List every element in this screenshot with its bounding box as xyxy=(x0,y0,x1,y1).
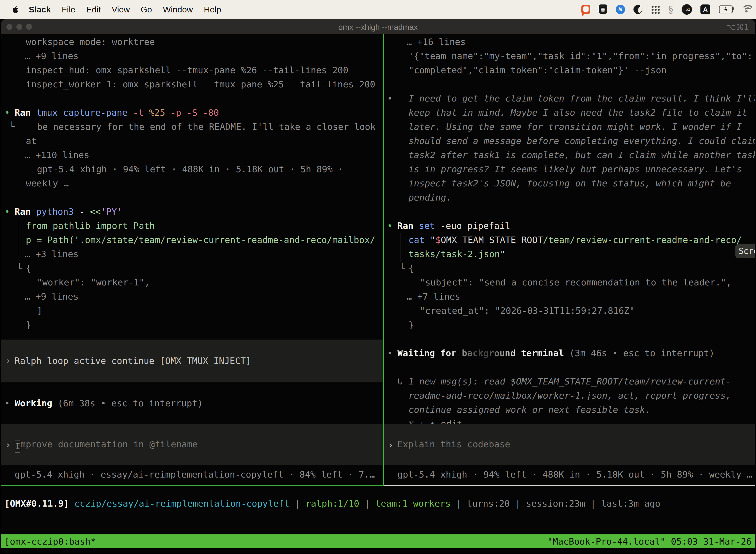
working-status: •Working (6m 38s • esc to interrupt) xyxy=(1,396,383,410)
title-bar[interactable]: omx --xhigh --madmax ⌥⌘1 xyxy=(1,19,755,34)
text-segment: weekly … xyxy=(26,178,69,188)
prompt-chevron: › xyxy=(5,439,11,453)
text-segment: -p -S -80 xyxy=(171,107,219,118)
text-segment: tasks/task-2.json xyxy=(408,249,500,259)
text-segment: [OMX#0.11.9] xyxy=(4,498,69,509)
menu-item-window[interactable]: Window xyxy=(163,5,193,14)
a-label: A xyxy=(703,6,708,13)
pane-right: … +16 lines'{"team_name":"my-team","task… xyxy=(384,34,755,485)
tmux-status-bar: [omx-cczip0:bash* "MacBook-Pro-44.local"… xyxy=(1,535,755,548)
text-segment: tmux capture-pane xyxy=(36,107,133,118)
app-menus: SlackFileEditViewGoWindowHelp xyxy=(29,5,221,14)
text-segment: • xyxy=(387,91,393,106)
battery-icon[interactable]: ϟ xyxy=(719,5,733,13)
terminal-line: inspect_hud: omx sparkshell --tmux-pane … xyxy=(1,63,383,77)
terminal-line xyxy=(384,77,755,91)
terminal-line: └{ xyxy=(384,261,755,275)
text-segment xyxy=(69,498,74,509)
text-segment: • xyxy=(387,219,393,233)
window-title: omx --xhigh --madmax xyxy=(1,22,755,32)
wifi-icon[interactable] xyxy=(741,5,752,14)
text-segment: cat xyxy=(408,235,430,245)
menu-item-view[interactable]: View xyxy=(112,5,130,14)
tmux-session-label[interactable]: [omx-cczip0:bash* xyxy=(4,536,96,547)
terminal-line: … +9 lines xyxy=(1,289,383,303)
terminal-line: •I need to get the claim token from the … xyxy=(384,91,755,106)
terminal-line: … +3 lines xyxy=(1,247,383,261)
text-segment: inspect_worker-1: omx sparkshell --tmux-… xyxy=(26,79,375,89)
terminal-line: workspace_mode: worktree xyxy=(1,35,383,49)
menu-item-slack[interactable]: Slack xyxy=(29,5,51,14)
moon-app-icon[interactable] xyxy=(633,5,642,14)
text-segment: -t xyxy=(133,107,149,118)
block-connector-line xyxy=(18,219,18,261)
prompt-input-left[interactable]: › Improve documentation in @filename xyxy=(1,424,383,465)
terminal-line: readme-and-reco/mailbox/worker-1.json, a… xyxy=(384,388,755,403)
text-segment: ↳ xyxy=(397,374,408,388)
text-segment: be necessary for the end of the README. … xyxy=(37,122,376,132)
menu-item-go[interactable]: Go xyxy=(141,5,152,14)
text-segment: from pathlib import Path xyxy=(26,221,155,231)
a-app-icon[interactable]: A xyxy=(700,4,710,14)
terminal-line: inspect_worker-1: omx sparkshell --tmux-… xyxy=(1,77,383,91)
ralph-loop-banner: ›Ralph loop active continue [OMX_TMUX_IN… xyxy=(1,340,383,382)
prompt-input-right[interactable]: › Explain this codebase xyxy=(384,424,755,465)
chat-app-icon[interactable] xyxy=(581,5,590,14)
badge-label: ..61 xyxy=(683,7,690,12)
bolt-glyph: ϟ xyxy=(724,6,727,12)
terminal-line: should send a message before completing … xyxy=(384,134,755,148)
terminal-line: "worker": "worker-1", xyxy=(1,275,383,289)
scurve-app-icon[interactable]: § xyxy=(669,4,673,15)
terminal-line: from pathlib import Path xyxy=(1,219,383,233)
tmux-host-time: "MacBook-Pro-44.local" 05:03 31-Mar-26 xyxy=(547,536,752,547)
terminal-line: └{ xyxy=(1,261,383,275)
text-segment: workspace_mode: worktree xyxy=(26,37,155,47)
pane-bottom-border-active xyxy=(1,485,383,486)
terminal-line: … +110 lines xyxy=(1,148,383,162)
status-icons: ▦ N § ..61 A ϟ xyxy=(581,0,752,19)
text-segment: • xyxy=(387,346,393,360)
badge-61-icon[interactable]: ..61 xyxy=(682,4,692,15)
terminal-line: later. Using the same for transition mig… xyxy=(384,120,755,134)
left-model-status: gpt-5.4 xhigh · essay/ai-reimplementatio… xyxy=(1,467,383,482)
text-cursor: I xyxy=(15,441,20,452)
terminal-line: cat "$OMX_TEAM_STATE_ROOT/team/review-cu… xyxy=(384,233,755,247)
window-shortcut: ⌥⌘1 xyxy=(726,22,749,32)
apple-menu-icon[interactable] xyxy=(12,5,19,14)
right-model-status: gpt-5.4 xhigh · 94% left · 488K in · 5.1… xyxy=(384,467,755,482)
terminal-line: … +7 lines xyxy=(384,289,755,303)
terminal-line: •Working (6m 38s • esc to interrupt) xyxy=(1,396,383,410)
terminal-line xyxy=(384,205,755,219)
text-segment: | xyxy=(290,498,306,509)
text-segment: Working xyxy=(15,398,58,408)
compass-app-icon[interactable]: N xyxy=(616,5,625,14)
terminal-line: ] xyxy=(1,303,383,318)
text-segment: turns:20 xyxy=(467,498,510,509)
terminal-line: "subject": "send a concise recommendatio… xyxy=(384,275,755,289)
terminal-line: gpt-5.4 xhigh · 94% left · 488K in · 5.1… xyxy=(384,467,755,482)
menu-item-file[interactable]: File xyxy=(62,5,75,14)
menu-item-help[interactable]: Help xyxy=(204,5,221,14)
grid-glyph: ▦ xyxy=(600,6,606,13)
terminal-line: •Ran python3 - <<'PY' xyxy=(1,205,383,219)
text-segment: $ xyxy=(435,235,441,245)
terminal-line: •Ran set -euo pipefail xyxy=(384,219,755,233)
grid-shield-icon[interactable]: ▦ xyxy=(599,4,607,14)
terminal-line: •Waiting for background terminal (3m 46s… xyxy=(384,346,755,360)
dots-grid-icon[interactable] xyxy=(651,5,660,14)
menu-item-edit[interactable]: Edit xyxy=(86,5,101,14)
text-segment: I need to get the claim token from the c… xyxy=(408,93,755,104)
scurve-glyph: § xyxy=(669,4,673,15)
text-segment: • xyxy=(4,396,10,410)
text-segment: › xyxy=(5,354,11,368)
input-placeholder: mprove documentation in @filename xyxy=(20,439,198,449)
omx-status-line: [OMX#0.11.9] cczip/essay/ai-reimplementa… xyxy=(4,496,755,510)
terminal-line xyxy=(384,332,755,346)
text-segment: -euo pipefail xyxy=(440,221,510,231)
terminal-line: ↳ 1 new msg(s): read $OMX_TEAM_STATE_ROO… xyxy=(384,374,755,388)
left-transcript: workspace_mode: worktree… +9 linesinspec… xyxy=(1,35,383,332)
text-segment: └ xyxy=(399,261,405,275)
terminal-content: workspace_mode: worktree… +9 linesinspec… xyxy=(1,34,755,553)
text-segment: pending. xyxy=(408,192,451,203)
screen-tooltip: Scre xyxy=(736,244,755,258)
